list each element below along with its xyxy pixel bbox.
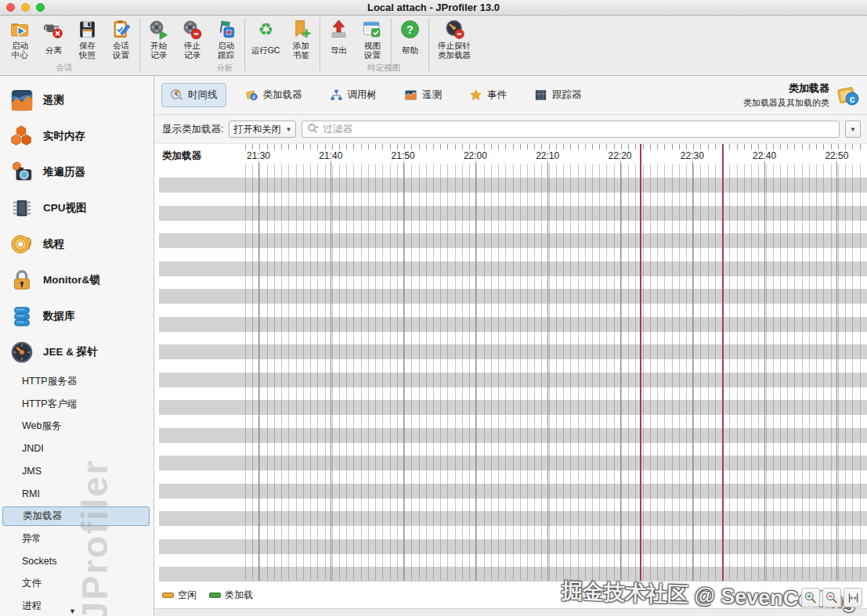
sidebar-item-cpu-views[interactable]: CPU视图 xyxy=(0,190,154,226)
svg-text:?: ? xyxy=(406,23,414,35)
launch-center-icon xyxy=(9,18,31,40)
tab-telemetry-icon xyxy=(404,88,417,102)
tab-tracker-icon xyxy=(534,88,547,102)
filter-combo-button[interactable]: ▼ xyxy=(845,121,861,138)
sidebar-subitem-label: JNDI xyxy=(22,443,44,454)
tab-telemetries[interactable]: 遥测 xyxy=(396,83,450,107)
tab-timeline-icon xyxy=(170,88,183,102)
sidebar-item-heap-walker[interactable]: 堆遍历器 xyxy=(0,154,154,190)
toolbar-separator xyxy=(139,18,140,71)
side-cpu-icon xyxy=(10,196,34,220)
legend-item: 空闲 xyxy=(162,589,197,602)
sidebar-subitem-label: HTTP服务器 xyxy=(22,375,77,388)
launch-center-button[interactable]: 启动 中心 xyxy=(3,18,37,60)
classloader-state-dropdown[interactable]: 打开和关闭 ▼ xyxy=(229,121,296,138)
sidebar-item-databases[interactable]: 数据库 xyxy=(0,298,154,334)
toolbar-button-label: 停止探针 类加载器 xyxy=(438,40,471,60)
tab-events[interactable]: 事件 xyxy=(461,83,515,107)
save-snapshot-button[interactable]: 保存 快照 xyxy=(70,18,104,60)
classloader-timeline-chart: 类加载器 21:3021:4021:5022:0022:1022:2022:30… xyxy=(154,144,867,582)
add-bookmark-icon xyxy=(291,18,312,40)
time-axis-label: 21:50 xyxy=(389,150,417,161)
tab-classloaders[interactable]: c类加载器 xyxy=(237,83,311,107)
major-gridline xyxy=(403,161,404,581)
side-heap-icon xyxy=(10,160,34,184)
sidebar-scroll-down-arrow[interactable]: ▼ xyxy=(69,607,76,615)
sidebar-item-telemetries[interactable]: 遥测 xyxy=(0,82,154,118)
toolbar-group-caption: 分析 xyxy=(217,63,233,74)
major-gridline xyxy=(258,161,259,581)
sidebar-subitem-sockets[interactable]: Sockets xyxy=(0,550,154,573)
help-icon: ? xyxy=(399,18,421,40)
sidebar-item-live-memory[interactable]: 实时内存 xyxy=(0,118,154,154)
legend-label: 空闲 xyxy=(178,589,197,602)
detach-button[interactable]: 分离 xyxy=(37,18,70,60)
time-axis-label: 22:40 xyxy=(750,150,778,161)
start-recordings-button[interactable]: 开始 记录 xyxy=(142,18,175,60)
filter-search-input[interactable]: 过滤器 xyxy=(302,121,840,138)
run-gc-button[interactable]: ♻运行GC xyxy=(247,18,284,60)
tab-classloader-icon: c xyxy=(245,88,258,102)
help-button[interactable]: ?帮助 xyxy=(393,18,427,60)
tab-label: 事件 xyxy=(487,88,507,102)
time-axis-label: 22:20 xyxy=(605,150,634,161)
start-tracking-button[interactable]: 启动 跟踪 xyxy=(209,18,243,60)
time-axis-label: 22:10 xyxy=(533,150,562,161)
sidebar-item-jee-probes[interactable]: JEE & 探针 xyxy=(0,334,154,370)
side-memory-icon xyxy=(10,124,34,148)
sidebar-subitem-web-services[interactable]: Web服务 xyxy=(0,415,154,438)
detach-icon xyxy=(43,18,64,40)
toolbar-button-label: 会话 设置 xyxy=(113,40,129,60)
minor-gridlines xyxy=(245,164,864,581)
start-tracking-icon xyxy=(215,18,237,40)
major-gridline xyxy=(692,161,693,581)
sidebar-item-label: 数据库 xyxy=(43,309,75,323)
view-settings-button[interactable]: 视图 设置 xyxy=(356,18,389,60)
sidebar-subitem-processes[interactable]: 进程 xyxy=(0,595,154,616)
sidebar-item-label: 堆遍历器 xyxy=(43,165,85,179)
export-icon xyxy=(328,18,349,40)
major-gridline xyxy=(547,161,548,581)
content-panel: 时间线c类加载器调用树遥测事件跟踪器 类加载器 类加载器及其加载的类 c 显示类… xyxy=(154,76,867,616)
view-settings-icon xyxy=(362,18,383,40)
sidebar-subitem-http-server[interactable]: HTTP服务器 xyxy=(0,370,154,393)
tab-call-tree[interactable]: 调用树 xyxy=(321,83,386,107)
sidebar-subitem-label: Sockets xyxy=(22,556,56,567)
stop-recordings-button[interactable]: 停止 记录 xyxy=(175,18,209,60)
time-axis-label: 21:30 xyxy=(244,150,273,161)
sidebar-subitem-label: 进程 xyxy=(22,600,42,613)
sidebar-subitem-classloaders[interactable]: 类加载器 xyxy=(2,506,150,526)
sidebar-subitem-rmi[interactable]: RMI xyxy=(0,482,154,505)
zoom-fit-button[interactable] xyxy=(844,588,862,607)
svg-text:♻: ♻ xyxy=(258,20,273,39)
bookmark-line xyxy=(640,144,641,581)
zoom-in-button[interactable] xyxy=(801,588,820,607)
zoom-out-button[interactable] xyxy=(822,588,841,607)
stop-recordings-icon xyxy=(182,18,203,40)
sidebar-subitem-files[interactable]: 文件 xyxy=(0,572,154,595)
status-bar: 空闲类加载 xyxy=(154,582,867,616)
sidebar-item-label: 线程 xyxy=(43,237,64,251)
minute-tick-ruler xyxy=(245,144,864,149)
session-settings-button[interactable]: 会话 设置 xyxy=(104,18,138,60)
run-gc-icon: ♻ xyxy=(255,18,276,40)
major-gridline xyxy=(331,161,331,581)
stop-probe-classloaders-button[interactable]: 停止探针 类加载器 xyxy=(431,18,478,60)
sidebar-subitem-label: HTTP客户端 xyxy=(22,398,77,411)
save-snapshot-icon xyxy=(77,18,98,40)
sidebar-subitem-exceptions[interactable]: 异常 xyxy=(0,528,154,550)
sidebar-subitem-jndi[interactable]: JNDI xyxy=(0,438,154,460)
sidebar-item-monitors-locks[interactable]: Monitor&锁 xyxy=(0,262,154,298)
export-button[interactable]: 导出 xyxy=(322,18,356,60)
svg-text:c: c xyxy=(252,94,255,99)
sidebar-item-threads[interactable]: 线程 xyxy=(0,226,154,262)
time-axis-label: 22:00 xyxy=(461,150,489,161)
tab-label: 时间线 xyxy=(188,88,218,102)
tab-timeline[interactable]: 时间线 xyxy=(161,83,226,107)
tab-tracker[interactable]: 跟踪器 xyxy=(526,83,591,107)
add-bookmark-button[interactable]: 添加 书签 xyxy=(284,18,318,60)
classloader-scroll-icon: c xyxy=(836,83,861,108)
sidebar-subitem-http-client[interactable]: HTTP客户端 xyxy=(0,393,154,416)
sidebar-subitem-jms[interactable]: JMS xyxy=(0,460,154,483)
toolbar: 启动 中心分离保存 快照会话 设置开始 记录停止 记录启动 跟踪♻运行GC添加 … xyxy=(0,16,867,76)
